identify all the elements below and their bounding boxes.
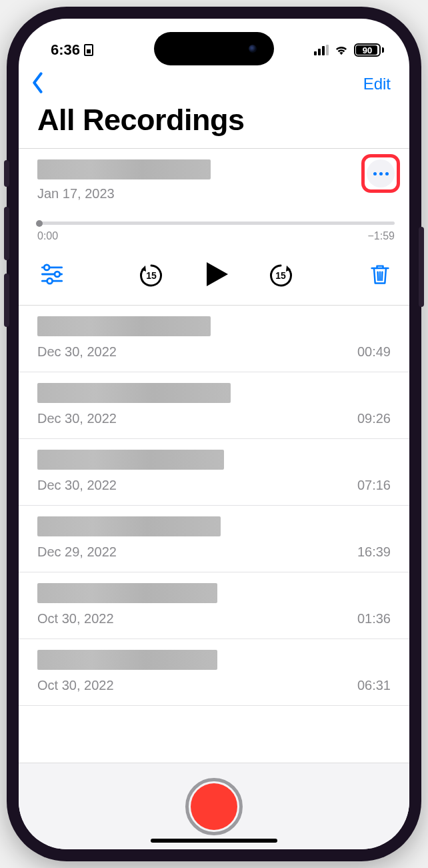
- playback-options-button[interactable]: [40, 262, 64, 289]
- recording-duration: 01:36: [357, 611, 391, 626]
- recording-title-redacted: [37, 450, 224, 470]
- highlight-annotation: [361, 154, 400, 193]
- mute-switch: [4, 160, 9, 187]
- skip-back-seconds: 15: [137, 270, 165, 281]
- delete-button[interactable]: [368, 262, 392, 289]
- skip-forward-15-button[interactable]: 15: [267, 262, 295, 290]
- battery-indicator: 90: [354, 43, 384, 57]
- svg-line-6: [378, 272, 379, 280]
- recording-title-redacted: [37, 316, 211, 336]
- svg-point-1: [44, 265, 49, 270]
- record-toolbar: [19, 763, 409, 849]
- volume-down-button: [4, 274, 9, 327]
- cellular-signal-icon: [314, 45, 329, 55]
- phone-frame: 6:36 90: [7, 7, 421, 861]
- recording-date: Dec 30, 2022: [37, 478, 117, 493]
- play-button[interactable]: [201, 260, 231, 292]
- recording-row[interactable]: Oct 30, 2022 06:31: [19, 639, 409, 706]
- scrubber-knob[interactable]: [36, 220, 43, 227]
- skip-fwd-seconds: 15: [267, 270, 295, 281]
- nav-bar: Edit: [19, 67, 409, 99]
- edit-button[interactable]: Edit: [363, 75, 391, 93]
- recording-date: Oct 30, 2022: [37, 678, 114, 693]
- profile-card-icon: [84, 44, 93, 56]
- recording-row[interactable]: Oct 30, 2022 01:36: [19, 572, 409, 639]
- expanded-recording: Jan 17, 2023 0:00 −1:59: [19, 149, 409, 305]
- scrubber-position: 0:00: [37, 230, 58, 242]
- transport-controls: 15 15: [37, 260, 395, 292]
- recording-duration: 16:39: [357, 544, 391, 560]
- svg-point-5: [47, 278, 53, 284]
- volume-up-button: [4, 207, 9, 260]
- wifi-icon: [334, 44, 349, 56]
- recording-date: Dec 30, 2022: [37, 344, 117, 360]
- more-options-button[interactable]: [367, 159, 395, 187]
- recording-duration: 07:16: [357, 478, 391, 493]
- recording-title-redacted: [37, 583, 217, 603]
- battery-pct: 90: [363, 45, 372, 55]
- recording-row[interactable]: Dec 30, 2022 09:26: [19, 372, 409, 439]
- recording-row[interactable]: Dec 29, 2022 16:39: [19, 506, 409, 572]
- recording-title-redacted: [37, 516, 221, 536]
- recording-row[interactable]: Dec 30, 2022 00:49: [19, 306, 409, 372]
- recording-duration: 09:26: [357, 411, 391, 426]
- record-button[interactable]: [185, 778, 243, 835]
- back-button[interactable]: [31, 72, 45, 96]
- page-title: All Recordings: [19, 99, 409, 148]
- recording-date: Jan 17, 2023: [37, 186, 211, 201]
- power-button: [419, 227, 424, 307]
- dynamic-island: [154, 32, 274, 65]
- playback-scrubber[interactable]: 0:00 −1:59: [37, 222, 395, 242]
- home-indicator[interactable]: [151, 839, 277, 843]
- svg-point-3: [55, 272, 60, 277]
- status-time: 6:36: [51, 41, 80, 59]
- svg-line-8: [382, 272, 383, 280]
- recording-date: Dec 30, 2022: [37, 411, 117, 426]
- scrubber-remaining: −1:59: [368, 230, 395, 242]
- record-icon: [191, 783, 237, 830]
- recording-duration: 06:31: [357, 678, 391, 693]
- recording-title-redacted: [37, 650, 217, 670]
- recording-duration: 00:49: [357, 344, 391, 360]
- recording-title-redacted: [37, 159, 211, 179]
- recording-date: Oct 30, 2022: [37, 611, 114, 626]
- recording-row[interactable]: Dec 30, 2022 07:16: [19, 439, 409, 506]
- skip-back-15-button[interactable]: 15: [137, 262, 165, 290]
- recording-date: Dec 29, 2022: [37, 544, 117, 560]
- recording-title-redacted: [37, 383, 231, 403]
- screen: 6:36 90: [19, 19, 409, 849]
- recordings-list[interactable]: Dec 30, 2022 00:49 Dec 30, 2022 09:26 De…: [19, 306, 409, 763]
